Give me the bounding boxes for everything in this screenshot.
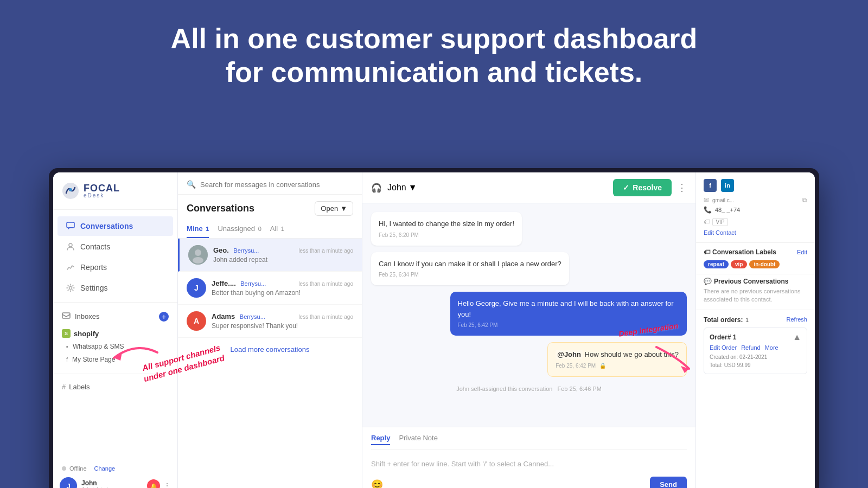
inboxes-header: Inboxes +: [53, 307, 177, 326]
label-vip[interactable]: vip: [731, 260, 747, 268]
conv-name-store: Adams Berrysu...: [212, 311, 265, 321]
more-options-button[interactable]: ⋮: [677, 182, 687, 194]
sidebar-item-reports[interactable]: Reports: [58, 258, 173, 277]
refresh-button[interactable]: Refresh: [786, 316, 807, 323]
conversations-title: Conversations: [187, 203, 254, 214]
comment-icon: 💬: [704, 278, 712, 285]
tab-mine-label: Mine: [187, 224, 203, 233]
conversations-icon: [66, 222, 75, 230]
search-input[interactable]: [200, 181, 353, 189]
facebook-icon[interactable]: f: [704, 179, 717, 192]
tab-all-label: All: [270, 224, 278, 233]
conv-time: less than a minute ago: [298, 248, 353, 254]
notification-button[interactable]: 🔔: [147, 479, 160, 488]
list-item[interactable]: A Adams Berrysu... less than a minute ag…: [178, 305, 362, 338]
message-bubble: Hi, I wanted to change the size in my or…: [371, 212, 522, 246]
tab-all[interactable]: All 1: [270, 220, 284, 238]
store-label: My Store Page: [72, 356, 115, 363]
message-bubble: @John How should we go about this? Feb 2…: [547, 342, 687, 377]
svg-rect-2: [67, 222, 74, 228]
email-row: ✉ gmail.c... ⧉: [704, 196, 807, 204]
contact-top-section: f in ✉ gmail.c... ⧉ 📞 48_ _+74 🏷 VIP Edi…: [696, 172, 815, 243]
conv-top: Adams Berrysu... less than a minute ago: [212, 311, 353, 321]
email-icon: ✉: [704, 196, 709, 204]
copy-icon[interactable]: ⧉: [802, 196, 807, 204]
svg-point-7: [195, 249, 201, 256]
user-more-button[interactable]: ⋮: [163, 481, 171, 488]
reports-icon: [66, 263, 75, 272]
emoji-button[interactable]: 😊: [371, 479, 383, 489]
sidebar-divider-1: [53, 302, 177, 303]
order-total: Total: USD 99.99: [710, 361, 801, 369]
agent-dropdown[interactable]: John ▼: [387, 183, 417, 192]
sidebar-item-settings[interactable]: Settings: [58, 278, 173, 298]
shopify-label: S shopify: [62, 329, 169, 338]
tab-mine-count: 1: [206, 226, 209, 232]
prev-conv-empty: There are no previous conversations asso…: [704, 287, 807, 304]
add-inbox-button[interactable]: +: [159, 312, 169, 322]
load-more-button[interactable]: Load more conversations: [178, 338, 362, 361]
conv-name: Adams: [212, 312, 235, 320]
right-sidebar: f in ✉ gmail.c... ⧉ 📞 48_ _+74 🏷 VIP Edi…: [695, 172, 815, 488]
tab-mine[interactable]: Mine 1: [187, 220, 209, 238]
edit-order-link[interactable]: Edit Order: [710, 344, 737, 351]
conv-name-store: Jeffe.... Berrysu...: [212, 278, 266, 288]
whatsapp-label: Whatsapp & SMS: [73, 343, 124, 350]
linkedin-icon[interactable]: in: [721, 179, 734, 192]
order-header: Order# 1 ▲: [710, 332, 801, 342]
edit-contact-link[interactable]: Edit Contact: [704, 229, 807, 236]
phone-icon: 📞: [704, 206, 712, 214]
offline-indicator: Offline Change: [62, 465, 169, 472]
change-button[interactable]: Change: [94, 465, 116, 472]
reply-tab-reply[interactable]: Reply: [371, 434, 390, 445]
hero-line1: All in one customer support dashboard: [171, 23, 698, 54]
chevron-down-icon: ▼: [340, 204, 347, 213]
checkmark-icon: ✓: [623, 183, 629, 192]
tab-unassigned[interactable]: Unassigned 0: [218, 220, 261, 238]
orders-header: Total orders: 1 Refresh: [704, 314, 807, 324]
conv-top: Jeffe.... Berrysu... less than a minute …: [212, 278, 353, 288]
conv-store: Berrysu...: [240, 280, 266, 287]
labels-label: Labels: [69, 383, 90, 391]
user-avatar-letter: J: [66, 482, 70, 489]
svg-point-4: [69, 287, 72, 290]
reply-tab-private-note[interactable]: Private Note: [399, 434, 438, 445]
resolve-button[interactable]: ✓ Resolve: [613, 179, 672, 196]
prev-conv-text: Previous Conversations: [714, 278, 788, 285]
sidebar-item-my-store[interactable]: f My Store Page: [62, 353, 169, 366]
conv-labels-header: 🏷 Conversation Labels Edit: [696, 243, 815, 258]
conv-labels-title: 🏷 Conversation Labels: [704, 248, 776, 256]
order-number: Order# 1: [710, 333, 736, 341]
resolve-label: Resolve: [633, 183, 662, 192]
social-links: f in: [704, 179, 807, 192]
dashboard-inner: FOCAL eDesk Conversations Conta: [53, 172, 815, 488]
send-button[interactable]: Send: [650, 477, 687, 488]
more-link[interactable]: More: [765, 344, 778, 351]
message-text: Hello George, Give me a minute and I wil…: [458, 298, 680, 319]
label-indoubt[interactable]: in-doubt: [749, 260, 780, 268]
list-item[interactable]: J Jeffe.... Berrysu... less than a minut…: [178, 272, 362, 305]
message-bubble: Can I know if you can make it or shall I…: [371, 252, 569, 286]
label-repeat[interactable]: repeat: [704, 260, 729, 268]
list-item[interactable]: Geo. Berrysu... less than a minute ago J…: [178, 239, 362, 272]
status-dropdown[interactable]: Open ▼: [315, 201, 353, 216]
message-text: Can I know if you can make it or shall I…: [379, 259, 561, 269]
conv-tabs: Mine 1 Unassigned 0 All 1: [178, 220, 362, 239]
reply-tabs: Reply Private Note: [371, 434, 687, 450]
agent-name: John: [387, 183, 406, 192]
search-icon: 🔍: [187, 180, 196, 189]
labels-section: # Labels: [53, 378, 177, 397]
orders-count-row: Total orders: 1: [704, 314, 749, 324]
sidebar-item-conversations[interactable]: Conversations: [58, 216, 173, 236]
conv-content: Jeffe.... Berrysu... less than a minute …: [212, 278, 353, 297]
conv-content: Geo. Berrysu... less than a minute ago J…: [213, 245, 353, 264]
message-text: Hi, I wanted to change the size in my or…: [379, 219, 514, 229]
store-icon: f: [66, 356, 68, 363]
sidebar-item-whatsapp[interactable]: ▪ Whatsapp & SMS: [62, 340, 169, 353]
offline-row: Offline Change: [53, 463, 177, 473]
refund-link[interactable]: Refund: [741, 344, 760, 351]
sidebar-item-contacts[interactable]: Contacts: [58, 237, 173, 256]
conv-labels-edit[interactable]: Edit: [797, 249, 807, 255]
collapse-icon[interactable]: ▲: [793, 332, 801, 342]
email-value: gmail.c...: [712, 197, 734, 203]
